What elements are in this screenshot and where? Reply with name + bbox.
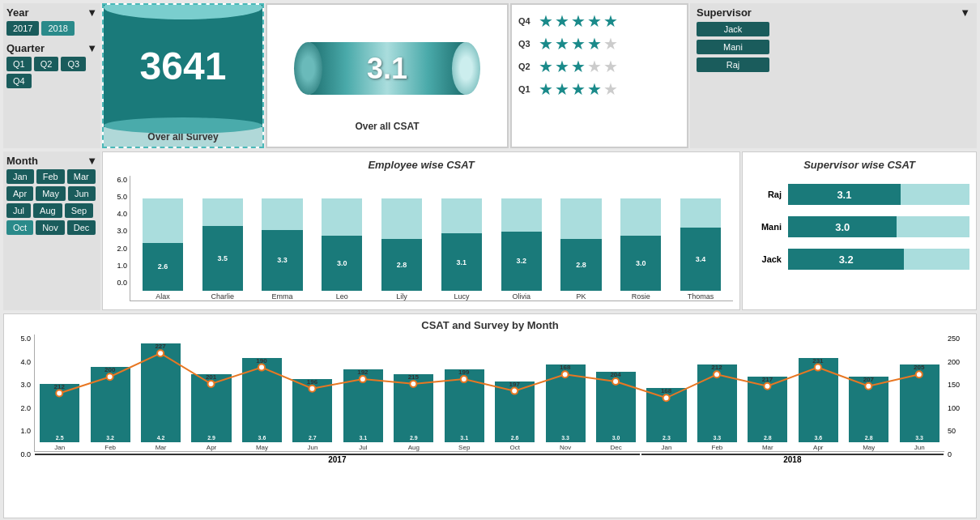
monthly-chart-panel: CSAT and Survey by Month 5.0 4.0 3.0 2.0… [3,313,977,518]
supervisor-title: Supervisor [697,6,752,19]
mar-btn[interactable]: Mar [67,169,96,184]
stars-q1-row: Q1 ★ ★ ★ ★ ★ [518,79,680,99]
star-3: ★ [571,11,586,31]
sup-bar-row: Mani3.0 [749,216,969,237]
stars-q4-label: Q4 [518,16,539,26]
stars-q4-row: Q4 ★ ★ ★ ★ ★ [518,11,680,31]
emp-bar-col: 3.4Thomas [671,198,730,300]
stars-panel: Q4 ★ ★ ★ ★ ★ Q3 ★ ★ ★ ★ ★ [510,3,688,148]
monthly-chart-title: CSAT and Survey by Month [7,316,973,335]
survey-kpi-panel: 3641 Over all Survey [102,3,264,148]
emp-bar-col: 2.8PK [552,198,611,300]
emp-bar-col: 3.1Lucy [432,198,491,300]
monthly-bar-col: 3.3Nov [540,335,590,451]
monthly-bar-col: 4.2Mar [136,335,185,451]
csat-value: 3.1 [367,52,407,86]
csat-label: Over all CSAT [355,121,419,132]
stars-q1-stars: ★ ★ ★ ★ ★ [539,79,618,99]
year-filter-icon: ▼ [87,6,97,19]
monthly-bar-col: 2.3Jan [641,335,691,451]
month-buttons: Jan Feb Mar Apr May Jun Jul Aug Sep Oct … [6,169,97,235]
emp-bar-col: 3.3Emma [254,198,312,300]
jan-btn[interactable]: Jan [6,169,34,184]
stars-q2-row: Q2 ★ ★ ★ ★ ★ [518,57,680,76]
stars-q1-label: Q1 [518,84,539,94]
monthly-bar-col: 3.2Feb [85,335,134,451]
monthly-bar-col: 2.9Apr [186,335,236,451]
monthly-bar-col: 2.7Jun [288,335,337,451]
year-2018-btn[interactable]: 2018 [41,21,74,36]
supervisor-csat-chart: Supervisor wise CSAT Raj3.1Mani3.0Jack3.… [742,151,977,310]
may-btn[interactable]: May [36,186,66,201]
dec-btn[interactable]: Dec [67,220,96,235]
jack-btn[interactable]: Jack [697,22,769,36]
emp-bar-col: 2.8Lily [373,198,431,300]
q4-btn[interactable]: Q4 [6,74,32,88]
quarter-filter-icon: ▼ [87,42,97,54]
monthly-bar-col: 3.1Jul [339,335,388,451]
monthly-bar-col: 2.8Mar [743,335,792,451]
monthly-bar-col: 3.3Jun [894,335,944,451]
sep-btn[interactable]: Sep [65,203,94,218]
feb-btn[interactable]: Feb [36,169,65,184]
stars-q3-row: Q3 ★ ★ ★ ★ ★ [518,34,680,53]
emp-bar-col: 3.0Rosie [611,198,670,300]
jul-btn[interactable]: Jul [6,203,31,218]
cylinder-visual: 3.1 [274,20,501,117]
sup-bar-row: Raj3.1 [749,184,969,205]
nov-btn[interactable]: Nov [36,220,65,235]
csat-kpi-panel: 3.1 Over all CSAT [266,3,509,148]
year-buttons: 2017 2018 [6,21,97,36]
employee-csat-chart: Employee wise CSAT 6.0 5.0 4.0 3.0 2.0 1… [102,151,740,310]
jun-btn[interactable]: Jun [68,186,96,201]
stars-q2-label: Q2 [518,62,539,71]
emp-bar-col: 3.2Olivia [492,198,551,300]
stars-q4-stars: ★ ★ ★ ★ ★ [539,11,618,31]
monthly-bar-col: 2.8May [844,335,893,451]
star-4: ★ [587,11,602,31]
emp-bar-col: 2.6Alax [134,198,192,300]
year-label: Year [6,6,28,19]
sup-bar-row: Jack3.2 [749,249,969,270]
survey-value: 3641 [140,44,227,88]
monthly-bar-col: 2.9Aug [389,335,438,451]
month-filter-icon: ▼ [87,155,97,167]
monthly-bar-col: 3.1Sep [440,335,489,451]
year-quarter-filter-panel: Year ▼ 2017 2018 Quarter ▼ Q1 Q2 Q3 Q4 [3,3,100,148]
star-5: ★ [603,11,618,31]
monthly-bar-col: 3.6May [237,335,287,451]
q1-btn[interactable]: Q1 [6,57,32,71]
raj-btn[interactable]: Raj [697,58,769,72]
emp-bar-col: 3.5Charlie [194,198,252,300]
month-filter-panel: Month ▼ Jan Feb Mar Apr May Jun Jul Aug … [3,151,100,310]
q2-btn[interactable]: Q2 [34,57,59,71]
q3-btn[interactable]: Q3 [61,57,86,71]
emp-bar-col: 3.0Leo [313,198,371,300]
monthly-bar-col: 2.5Jan [35,335,84,451]
mani-btn[interactable]: Mani [697,40,769,54]
aug-btn[interactable]: Aug [33,203,62,218]
supervisor-filter-panel: Supervisor ▼ Jack Mani Raj [690,3,977,148]
quarter-label: Quarter [6,42,45,54]
oct-btn[interactable]: Oct [6,220,33,235]
monthly-bar-col: 3.6Apr [794,335,843,451]
emp-csat-title: Employee wise CSAT [109,159,733,171]
quarter-buttons: Q1 Q2 Q3 Q4 [6,57,97,88]
stars-q3-stars: ★ ★ ★ ★ ★ [539,34,618,53]
star-2: ★ [555,11,569,31]
monthly-bar-col: 2.6Oct [490,335,539,451]
monthly-bar-col: 3.0Dec [591,335,641,451]
monthly-bar-col: 3.3Feb [692,335,742,451]
sup-csat-title: Supervisor wise CSAT [749,159,969,171]
supervisor-filter-icon: ▼ [960,6,970,19]
apr-btn[interactable]: Apr [6,186,33,201]
stars-q2-stars: ★ ★ ★ ★ ★ [539,57,618,76]
star-1: ★ [539,11,553,31]
year-2017-btn[interactable]: 2017 [6,21,39,36]
stars-q3-label: Q3 [518,39,539,49]
month-label: Month [6,155,38,167]
